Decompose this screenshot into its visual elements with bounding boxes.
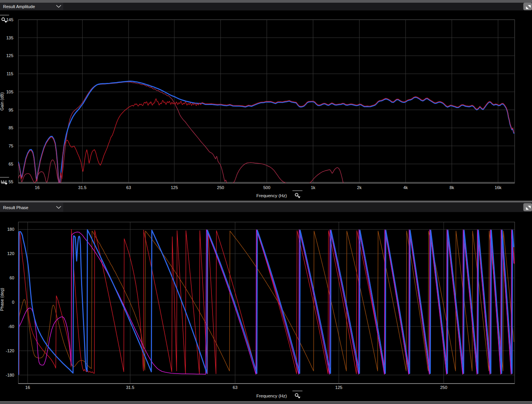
svg-text:180: 180 xyxy=(7,227,14,232)
svg-text:-180: -180 xyxy=(6,373,14,377)
svg-text:16k: 16k xyxy=(495,185,502,190)
svg-text:115: 115 xyxy=(7,71,14,76)
svg-text:135: 135 xyxy=(6,35,13,40)
svg-text:2k: 2k xyxy=(357,185,362,190)
svg-text:60: 60 xyxy=(10,276,14,280)
svg-text:Frequency (Hz): Frequency (Hz) xyxy=(256,193,287,198)
svg-text:63: 63 xyxy=(233,385,237,390)
svg-text:95: 95 xyxy=(8,108,13,112)
svg-text:Phase (deg): Phase (deg) xyxy=(0,288,4,311)
svg-text:16: 16 xyxy=(35,185,39,190)
svg-text:55: 55 xyxy=(8,179,13,184)
svg-text:-120: -120 xyxy=(6,348,14,353)
svg-text:145: 145 xyxy=(6,17,13,22)
svg-text:120: 120 xyxy=(7,251,14,256)
svg-text:16: 16 xyxy=(25,385,30,390)
svg-text:Result Amplitude: Result Amplitude xyxy=(3,4,35,9)
svg-text:105: 105 xyxy=(6,90,13,94)
svg-text:125: 125 xyxy=(171,185,178,190)
svg-text:8k: 8k xyxy=(449,185,454,190)
svg-text:0: 0 xyxy=(12,300,14,304)
svg-text:1k: 1k xyxy=(311,185,316,190)
svg-text:250: 250 xyxy=(440,385,447,390)
svg-text:4k: 4k xyxy=(403,185,408,190)
svg-text:-60: -60 xyxy=(8,324,14,329)
svg-text:65: 65 xyxy=(8,162,13,166)
svg-text:Frequency (Hz): Frequency (Hz) xyxy=(256,394,287,398)
svg-text:31.5: 31.5 xyxy=(126,385,134,390)
svg-text:31.5: 31.5 xyxy=(78,185,86,190)
svg-text:250: 250 xyxy=(217,185,224,190)
svg-text:125: 125 xyxy=(335,385,342,390)
svg-text:500: 500 xyxy=(263,185,270,190)
svg-text:Gain (dB): Gain (dB) xyxy=(0,92,4,110)
svg-text:85: 85 xyxy=(8,125,13,130)
svg-text:Result Phase: Result Phase xyxy=(3,205,28,210)
svg-text:63: 63 xyxy=(126,185,131,190)
svg-text:75: 75 xyxy=(8,144,13,148)
svg-text:125: 125 xyxy=(6,53,13,58)
